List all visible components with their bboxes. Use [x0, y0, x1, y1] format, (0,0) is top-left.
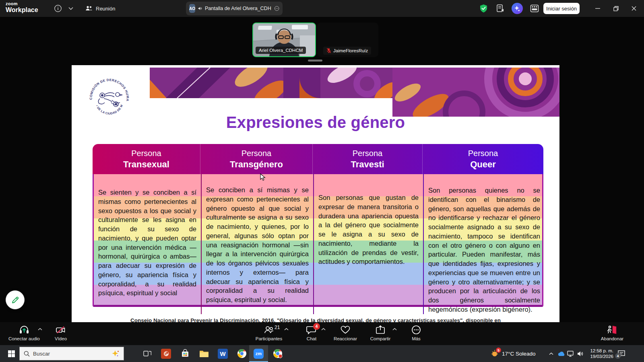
video-tile-active-speaker[interactable]: Ariel Olvera_CDHCM	[252, 23, 316, 57]
logo-zoom-text: zoom	[6, 2, 38, 6]
search-highlights-icon[interactable]	[111, 350, 120, 357]
captions-notes-icon[interactable]	[494, 0, 506, 17]
onedrive-icon[interactable]	[556, 345, 566, 362]
search-icon	[24, 351, 30, 357]
taskbar-word-icon[interactable]: W	[213, 345, 232, 362]
restore-button[interactable]	[607, 0, 625, 17]
network-display-icon[interactable]	[566, 345, 576, 362]
chevron-up-icon[interactable]	[284, 328, 289, 331]
header-persona-label: Persona	[131, 149, 161, 158]
meeting-controls-bar: Conectar audio Vídeo 21 Participantes	[0, 322, 644, 345]
participants-count: 21	[275, 325, 280, 330]
table-header-queer: Persona Queer	[423, 144, 543, 174]
clock-time: 12:58 p. m.	[584, 348, 613, 354]
video-strip-drag-handle[interactable]	[308, 60, 322, 62]
chat-button[interactable]: 4 Chat	[298, 322, 325, 345]
taskbar-weather-widget[interactable]: 5 17°C Soleado	[490, 345, 535, 362]
minimize-button[interactable]	[589, 0, 607, 17]
volume-icon[interactable]	[576, 345, 585, 362]
search-placeholder: Buscar	[33, 351, 108, 357]
tray-chevron-up-icon[interactable]	[547, 345, 555, 362]
windows-logo-icon	[8, 350, 15, 357]
participant-name-label: Ariel Olvera_CDHCM	[256, 47, 306, 54]
tab-screen-share-label: Pantalla de Ariel Olvera_CDH	[205, 6, 271, 11]
tab-meeting[interactable]: Reunión	[85, 0, 115, 17]
notifications-badge: 4	[615, 353, 621, 359]
info-icon[interactable]	[52, 0, 64, 17]
security-shield-icon[interactable]	[477, 0, 489, 17]
svg-text:P: P	[165, 352, 167, 356]
logo-birds-emblem	[98, 93, 122, 107]
participants-label: Participantes	[256, 336, 282, 341]
chevron-up-icon[interactable]	[392, 328, 397, 331]
table-header-travesti: Persona Travesti	[313, 144, 423, 174]
logo-workplace-text: Workplace	[6, 7, 38, 13]
header-persona-label: Persona	[468, 149, 498, 158]
header-name-label: Transgénero	[230, 159, 283, 170]
people-icon	[85, 5, 93, 12]
taskbar-clock[interactable]: 12:58 p. m. 19/03/2026	[584, 345, 613, 362]
taskbar-store-icon[interactable]	[175, 345, 194, 362]
decorative-banner-right	[392, 68, 559, 117]
leave-label: Abandonar	[601, 336, 623, 341]
weather-badge: 5	[496, 348, 501, 353]
pencil-icon	[11, 296, 20, 304]
taskbar-search-input[interactable]: Buscar	[19, 347, 124, 360]
slide-title: Expresiones de género	[72, 113, 559, 132]
more-icon	[411, 325, 421, 335]
tab-screen-share[interactable]: AO Pantalla de Ariel Olvera_CDH	[186, 2, 283, 15]
chevron-up-icon[interactable]	[321, 328, 326, 331]
chevron-down-icon[interactable]	[65, 0, 76, 17]
table-header-transexual: Persona Transexual	[93, 144, 200, 174]
chevron-up-icon[interactable]	[38, 328, 42, 331]
taskbar-chrome-icon[interactable]	[232, 345, 251, 362]
leave-door-icon	[607, 325, 618, 335]
header-name-label: Transexual	[123, 159, 169, 170]
react-label: Reaccionar	[334, 336, 357, 341]
header-persona-label: Persona	[242, 149, 272, 158]
ai-companion-icon[interactable]	[511, 0, 524, 17]
leave-button[interactable]: Abandonar	[595, 322, 630, 345]
logo-arc-top-text: COMISIÓN DE DERECHOS HUMANOS	[88, 78, 130, 101]
avatar: AO	[189, 4, 195, 13]
clock-date: 19/03/2026	[584, 354, 613, 359]
sign-in-button[interactable]: Iniciar sesión	[543, 3, 580, 14]
cell-transgenero-description: Se conciben a sí mismas y se expresan co…	[202, 174, 314, 314]
task-view-button[interactable]	[138, 345, 157, 362]
decorative-banner-left	[150, 68, 392, 98]
zoom-meeting-window: zoom Workplace Reunión AO Pantalla de Ar…	[0, 0, 644, 362]
taskbar-chrome-profile-icon[interactable]	[268, 345, 287, 362]
svg-text:COMISIÓN DE DERECHOS HUMANOS: COMISIÓN DE DERECHOS HUMANOS	[88, 78, 130, 101]
close-button[interactable]	[625, 0, 643, 17]
speaker-icon	[198, 6, 202, 11]
gender-expressions-table: Persona Transexual Persona Transgénero P…	[93, 144, 543, 307]
header-name-label: Queer	[470, 159, 496, 170]
taskbar-file-explorer-icon[interactable]	[194, 345, 213, 362]
taskbar-zoom-icon-active[interactable]: zm	[249, 345, 268, 362]
participants-button[interactable]: 21 Participantes	[250, 322, 287, 345]
connect-audio-label: Conectar audio	[8, 336, 40, 341]
start-button[interactable]	[3, 345, 19, 362]
cell-travesti-description: Son personas que gustan de expresar de m…	[314, 174, 424, 314]
share-screen-icon	[375, 325, 386, 335]
react-button[interactable]: Reaccionar	[330, 322, 361, 345]
tab-more-icon[interactable]	[274, 4, 279, 12]
apps-icon[interactable]	[528, 0, 541, 17]
annotate-button[interactable]	[6, 290, 25, 309]
heart-icon	[340, 325, 351, 335]
taskbar-powerpoint-icon[interactable]: P	[157, 345, 175, 362]
zoom-workplace-logo: zoom Workplace	[6, 2, 38, 13]
action-center-icon[interactable]: 4	[615, 345, 628, 362]
participants-icon	[264, 325, 274, 335]
header-name-label: Travesti	[351, 159, 384, 170]
video-button[interactable]: Vídeo	[48, 322, 73, 345]
video-tile-participant[interactable]: JaimeFloresRuíz	[317, 23, 378, 57]
share-button[interactable]: Compartir	[364, 322, 396, 345]
cell-queer-description: Son personas quienes no se identifican c…	[424, 174, 545, 314]
connect-audio-button[interactable]: Conectar audio	[3, 322, 45, 345]
cell-transexual-description: Se sienten y se conciben a sí mismas com…	[94, 174, 202, 314]
participant-name-label: JaimeFloresRuíz	[333, 48, 368, 53]
headset-icon	[19, 325, 29, 335]
more-button[interactable]: Más	[405, 322, 428, 345]
windows-taskbar: Buscar P W zm	[0, 345, 644, 362]
